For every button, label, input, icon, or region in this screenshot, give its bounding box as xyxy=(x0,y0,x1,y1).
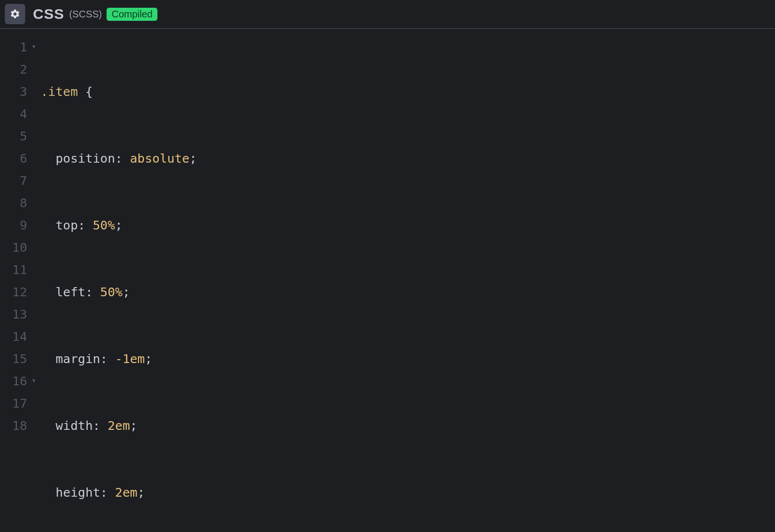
line-number: 12 xyxy=(0,281,30,303)
line-number-gutter: 1▼2345678910111213141516▼1718 xyxy=(0,36,30,532)
value: absolute xyxy=(130,151,189,166)
property: position xyxy=(56,151,115,166)
line-number: 16▼ xyxy=(0,370,30,392)
code-editor[interactable]: 1▼2345678910111213141516▼1718 .item { po… xyxy=(0,29,775,532)
panel-subtitle: (SCSS) xyxy=(69,9,102,20)
settings-button[interactable] xyxy=(5,4,25,24)
value: -1em xyxy=(115,351,145,366)
line-number: 2 xyxy=(0,58,30,80)
gear-icon xyxy=(10,9,20,19)
line-number: 14 xyxy=(0,325,30,348)
brace-open: { xyxy=(85,84,93,99)
value: 50% xyxy=(93,218,115,232)
compiled-badge[interactable]: Compiled xyxy=(107,8,157,21)
line-number: 3 xyxy=(0,80,30,103)
value: 2em xyxy=(108,418,130,433)
line-number: 10 xyxy=(0,236,30,258)
line-number: 4 xyxy=(0,103,30,125)
line-number: 1▼ xyxy=(0,36,30,58)
panel-title: CSS xyxy=(33,6,64,22)
value: 2em xyxy=(115,485,138,500)
line-number: 8 xyxy=(0,192,30,214)
value: 50% xyxy=(100,285,123,299)
line-number: 7 xyxy=(0,169,30,192)
selector: .item xyxy=(41,84,78,99)
line-number: 6 xyxy=(0,147,30,169)
line-number: 18 xyxy=(0,414,30,437)
fold-marker-icon[interactable]: ▼ xyxy=(32,36,35,58)
property: margin xyxy=(56,351,100,366)
property: top xyxy=(56,218,78,232)
line-number: 17 xyxy=(0,392,30,414)
property: height xyxy=(56,485,100,500)
line-number: 9 xyxy=(0,214,30,236)
code-content[interactable]: .item { position: absolute; top: 50%; le… xyxy=(30,36,584,532)
line-number: 5 xyxy=(0,125,30,147)
property: width xyxy=(56,418,93,433)
line-number: 11 xyxy=(0,258,30,281)
property: left xyxy=(56,285,85,299)
line-number: 13 xyxy=(0,303,30,325)
fold-marker-icon[interactable]: ▼ xyxy=(32,370,35,392)
css-panel-header: CSS (SCSS) Compiled xyxy=(0,0,775,29)
line-number: 15 xyxy=(0,348,30,370)
